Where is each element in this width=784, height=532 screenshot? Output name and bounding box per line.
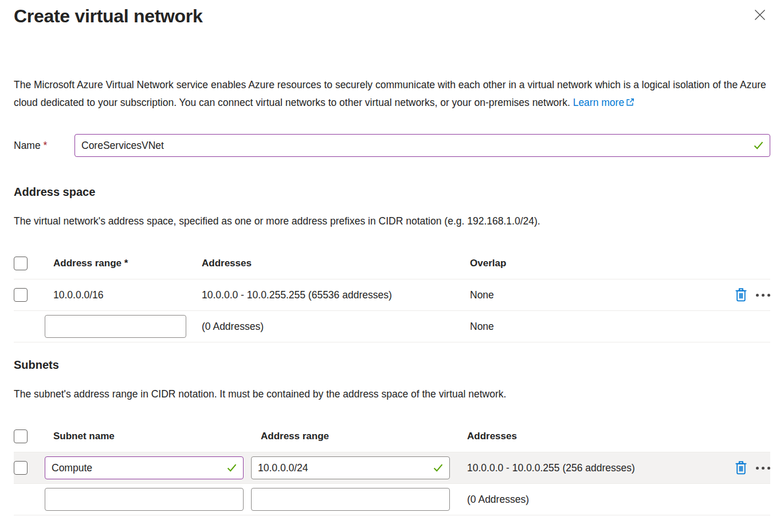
subnet-row: 10.0.0.0 - 10.0.0.255 (256 addresses) xyxy=(14,452,770,484)
intro-paragraph: The Microsoft Azure Virtual Network serv… xyxy=(14,76,770,112)
more-options-button[interactable] xyxy=(756,467,770,470)
name-label: Name * xyxy=(14,140,75,152)
learn-more-link[interactable]: Learn more xyxy=(573,97,635,108)
intro-text: The Microsoft Azure Virtual Network serv… xyxy=(14,79,766,108)
trash-icon xyxy=(735,288,747,302)
ellipsis-icon xyxy=(756,467,770,470)
column-header-overlap: Overlap xyxy=(470,258,506,269)
name-label-text: Name xyxy=(14,140,41,151)
addresses-placeholder: (0 Addresses) xyxy=(202,321,264,332)
new-subnet-address-range-input[interactable] xyxy=(251,488,450,511)
address-range-value: 10.0.0.0/16 xyxy=(45,289,202,301)
required-asterisk: * xyxy=(44,140,48,151)
subnet-name-input-wrap xyxy=(45,456,244,479)
column-header-subnet-address-range: Address range xyxy=(251,431,458,442)
address-space-row: 10.0.0.0/16 10.0.0.0 - 10.0.255.255 (655… xyxy=(14,279,770,311)
delete-address-range-button[interactable] xyxy=(735,288,747,302)
address-space-new-row: (0 Addresses) None xyxy=(14,311,770,342)
new-subnet-name-input-wrap xyxy=(45,488,244,511)
addresses-value: 10.0.0.0 - 10.0.255.255 (65536 addresses… xyxy=(202,289,392,301)
subnets-header-row: Subnet name Address range Addresses xyxy=(14,420,770,452)
subnet-address-range-input-wrap xyxy=(251,456,450,479)
name-input-wrap xyxy=(75,134,770,157)
address-space-header-row: Address range * Addresses Overlap xyxy=(14,247,770,279)
subnet-row-checkbox[interactable] xyxy=(14,461,28,475)
select-all-checkbox[interactable] xyxy=(14,257,28,270)
name-input[interactable] xyxy=(75,134,770,157)
panel-header: Create virtual network xyxy=(14,0,770,29)
subnets-table: Subnet name Address range Addresses 10.0… xyxy=(14,420,770,515)
new-address-range-input[interactable] xyxy=(45,315,186,338)
ellipsis-icon xyxy=(756,294,770,297)
column-header-subnet-name: Subnet name xyxy=(45,431,251,442)
column-header-addresses: Addresses xyxy=(202,258,252,269)
overlap-value: None xyxy=(470,289,494,301)
select-all-subnets-checkbox[interactable] xyxy=(14,429,28,443)
delete-subnet-button[interactable] xyxy=(735,461,747,475)
subnet-new-row: (0 Addresses) xyxy=(14,484,770,515)
more-options-button[interactable] xyxy=(756,294,770,297)
subnet-name-input[interactable] xyxy=(45,456,244,479)
name-field-row: Name * xyxy=(14,134,770,157)
address-space-table: Address range * Addresses Overlap 10.0.0… xyxy=(14,247,770,342)
subnets-description: The subnet's address range in CIDR notat… xyxy=(14,386,770,402)
trash-icon xyxy=(735,461,747,475)
row-checkbox[interactable] xyxy=(14,288,28,302)
learn-more-label: Learn more xyxy=(573,97,625,108)
column-header-subnet-addresses: Addresses xyxy=(458,431,721,442)
address-space-heading: Address space xyxy=(14,184,770,200)
column-header-address-range: Address range * xyxy=(45,258,202,269)
overlap-placeholder: None xyxy=(470,321,494,332)
page-title: Create virtual network xyxy=(14,3,203,29)
create-virtual-network-panel: Create virtual network The Microsoft Azu… xyxy=(0,0,784,532)
new-subnet-name-input[interactable] xyxy=(45,488,244,511)
subnets-heading: Subnets xyxy=(14,357,770,373)
subnet-address-range-input[interactable] xyxy=(251,456,450,479)
address-space-description: The virtual network's address space, spe… xyxy=(14,213,770,229)
close-icon xyxy=(754,9,766,21)
new-subnet-address-range-input-wrap xyxy=(251,488,450,511)
subnet-addresses-value: 10.0.0.0 - 10.0.0.255 (256 addresses) xyxy=(458,462,721,474)
external-link-icon xyxy=(626,98,634,107)
subnet-addresses-placeholder: (0 Addresses) xyxy=(458,494,721,506)
close-button[interactable] xyxy=(750,5,770,25)
